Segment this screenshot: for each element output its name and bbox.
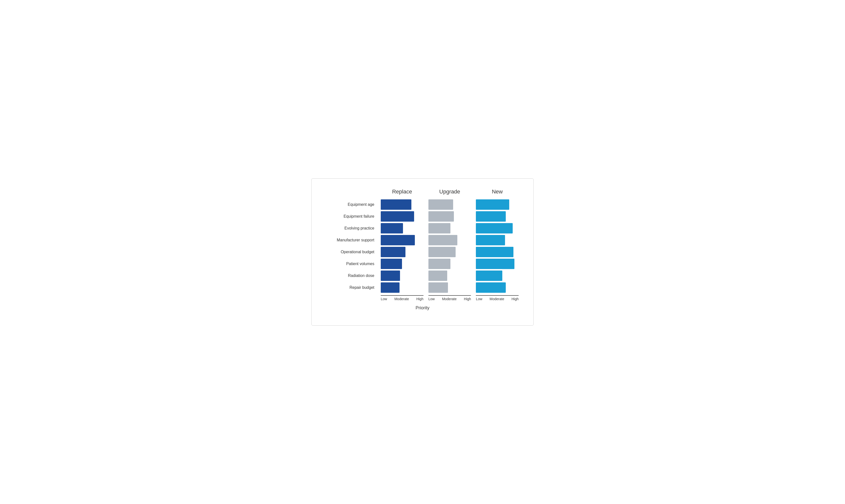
row-label-equipment-age: Equipment age: [324, 202, 378, 207]
bar-panel-replace-3: [378, 235, 426, 245]
table-row: Equipment age: [324, 199, 521, 210]
axis-label-moderate-new: Moderate: [490, 297, 504, 301]
row-label-patient-volumes: Patient volumes: [324, 262, 378, 266]
bars-section-5: [378, 259, 521, 269]
bars-section-3: [378, 235, 521, 245]
bars-section-4: [378, 247, 521, 257]
bar-upgrade-patient-volumes: [428, 259, 451, 269]
column-title-replace: Replace: [378, 188, 426, 195]
chart-container: Replace Upgrade New Equipment ageEquipme…: [311, 178, 534, 326]
bar-replace-equipment-failure: [381, 211, 414, 222]
table-row: Manufacturer support: [324, 235, 521, 245]
axis-upgrade: Low Moderate High: [426, 295, 474, 301]
bar-new-repair-budget: [476, 282, 506, 293]
table-row: Patient volumes: [324, 259, 521, 269]
bars-section-0: [378, 199, 521, 210]
bar-panel-new-7: [473, 282, 521, 293]
x-axis-title: Priority: [324, 305, 521, 310]
axis-spacer: [324, 295, 378, 301]
chart-body: Equipment ageEquipment failureEvolving p…: [324, 199, 521, 294]
axes-row: Low Moderate High Low Moderate High Low …: [324, 295, 521, 301]
bar-upgrade-equipment-failure: [428, 211, 454, 222]
bar-upgrade-repair-budget: [428, 282, 448, 293]
row-label-equipment-failure: Equipment failure: [324, 214, 378, 219]
bars-section-6: [378, 271, 521, 281]
axis-label-high-upgrade: High: [464, 297, 471, 301]
bar-panel-new-2: [473, 223, 521, 233]
axis-label-low-new: Low: [476, 297, 482, 301]
bar-upgrade-radiation-dose: [428, 271, 447, 281]
bar-upgrade-evolving-practice: [428, 223, 451, 233]
table-row: Equipment failure: [324, 211, 521, 222]
row-label-operational-budget: Operational budget: [324, 250, 378, 254]
bar-upgrade-equipment-age: [428, 199, 453, 210]
table-row: Repair budget: [324, 282, 521, 293]
bar-replace-patient-volumes: [381, 259, 402, 269]
bar-panel-new-0: [473, 199, 521, 210]
bar-panel-new-5: [473, 259, 521, 269]
bar-upgrade-operational-budget: [428, 247, 456, 257]
axis-labels-upgrade: Low Moderate High: [428, 297, 471, 301]
bar-panel-replace-6: [378, 271, 426, 281]
bar-panel-new-1: [473, 211, 521, 222]
axis-new: Low Moderate High: [473, 295, 521, 301]
axis-label-high-new: High: [511, 297, 519, 301]
row-label-evolving-practice: Evolving practice: [324, 226, 378, 231]
bars-section-2: [378, 223, 521, 233]
bar-panel-upgrade-2: [426, 223, 474, 233]
axis-replace: Low Moderate High: [378, 295, 426, 301]
axis-label-moderate-replace: Moderate: [394, 297, 409, 301]
bar-replace-operational-budget: [381, 247, 406, 257]
axis-label-high-replace: High: [416, 297, 424, 301]
bar-new-equipment-age: [476, 199, 509, 210]
axis-labels-replace: Low Moderate High: [381, 297, 424, 301]
bar-panel-upgrade-3: [426, 235, 474, 245]
bar-new-patient-volumes: [476, 259, 514, 269]
bar-panel-replace-2: [378, 223, 426, 233]
bars-section-7: [378, 282, 521, 293]
bar-new-manufacturer-support: [476, 235, 505, 245]
bar-panel-upgrade-6: [426, 271, 474, 281]
row-label-repair-budget: Repair budget: [324, 285, 378, 290]
bar-upgrade-manufacturer-support: [428, 235, 457, 245]
axis-line-replace: [381, 295, 424, 296]
axis-label-low-upgrade: Low: [428, 297, 435, 301]
bar-panel-replace-0: [378, 199, 426, 210]
bar-panel-new-4: [473, 247, 521, 257]
column-titles-row: Replace Upgrade New: [378, 188, 521, 195]
bar-panel-upgrade-4: [426, 247, 474, 257]
bar-panel-replace-5: [378, 259, 426, 269]
bar-new-equipment-failure: [476, 211, 506, 222]
bar-panel-upgrade-7: [426, 282, 474, 293]
axis-label-moderate-upgrade: Moderate: [442, 297, 456, 301]
axis-line-new: [476, 295, 519, 296]
row-label-manufacturer-support: Manufacturer support: [324, 238, 378, 242]
bar-replace-repair-budget: [381, 282, 399, 293]
bar-replace-manufacturer-support: [381, 235, 415, 245]
axis-line-upgrade: [428, 295, 471, 296]
bar-panel-upgrade-5: [426, 259, 474, 269]
column-title-new: New: [473, 188, 521, 195]
axis-label-low-replace: Low: [381, 297, 387, 301]
bars-section-1: [378, 211, 521, 222]
bar-panel-upgrade-1: [426, 211, 474, 222]
bar-replace-equipment-age: [381, 199, 411, 210]
row-label-radiation-dose: Radiation dose: [324, 273, 378, 278]
bar-panel-replace-7: [378, 282, 426, 293]
table-row: Operational budget: [324, 247, 521, 257]
bar-panel-new-6: [473, 271, 521, 281]
bar-panel-upgrade-0: [426, 199, 474, 210]
bar-panel-replace-4: [378, 247, 426, 257]
bar-new-evolving-practice: [476, 223, 513, 233]
column-title-upgrade: Upgrade: [426, 188, 474, 195]
bar-panel-new-3: [473, 235, 521, 245]
table-row: Evolving practice: [324, 223, 521, 233]
bar-replace-radiation-dose: [381, 271, 400, 281]
bar-new-radiation-dose: [476, 271, 502, 281]
table-row: Radiation dose: [324, 271, 521, 281]
bar-replace-evolving-practice: [381, 223, 403, 233]
bar-panel-replace-1: [378, 211, 426, 222]
bar-new-operational-budget: [476, 247, 514, 257]
axis-labels-new: Low Moderate High: [476, 297, 519, 301]
